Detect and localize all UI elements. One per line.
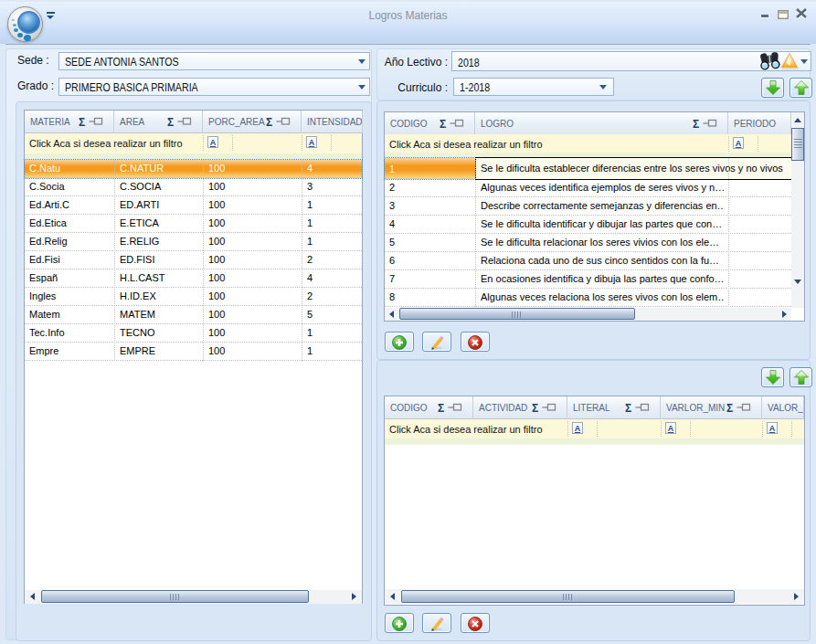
svg-text:Σ: Σ <box>438 402 444 415</box>
svg-text:Σ: Σ <box>726 402 733 415</box>
svg-text:Σ: Σ <box>440 118 446 131</box>
svg-text:Σ: Σ <box>532 402 538 415</box>
svg-text:Σ: Σ <box>79 116 85 129</box>
svg-text:Σ: Σ <box>266 116 272 129</box>
svg-text:Σ: Σ <box>693 118 699 131</box>
svg-text:Σ: Σ <box>625 402 631 415</box>
svg-text:Σ: Σ <box>167 116 174 129</box>
